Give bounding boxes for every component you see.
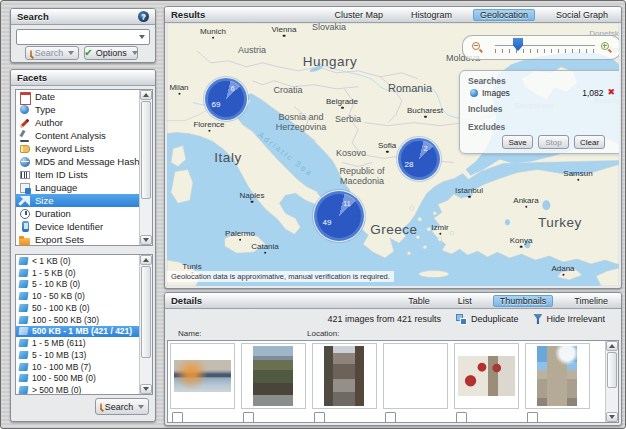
clear-button[interactable]: Clear <box>574 135 605 149</box>
options-button[interactable]: ✔ Options <box>84 46 138 60</box>
size-filter-item[interactable]: 5 - 10 KB (0) <box>16 279 140 291</box>
tab-timeline[interactable]: Timeline <box>567 295 615 307</box>
hide-irrelevant-button[interactable]: Hide Irrelevant <box>533 314 605 324</box>
scroll-up-icon[interactable] <box>606 341 618 351</box>
facet-item-author[interactable]: Author <box>16 116 140 129</box>
file-icon <box>18 363 28 371</box>
scroll-down-icon[interactable] <box>140 235 152 245</box>
map-cluster-28[interactable]: 28 2 <box>397 137 441 181</box>
scrollbar-thumb[interactable] <box>141 101 151 199</box>
search-button[interactable]: Search <box>25 46 79 60</box>
size-filter-item[interactable]: 5 - 10 MB (13) <box>16 349 140 361</box>
facets-panel-title: Facets <box>17 72 47 83</box>
facet-label: Author <box>35 117 63 128</box>
save-button[interactable]: Save <box>502 135 533 149</box>
facet-list: Date Type Author Content Analysi <box>15 89 153 246</box>
thumbnail-checkbox[interactable] <box>456 412 467 423</box>
zoom-slider-track[interactable] <box>495 45 595 46</box>
facet-item-keyword-lists[interactable]: Keyword Lists <box>16 142 140 155</box>
thumbnail-cobbled-street[interactable] <box>312 343 377 409</box>
zoom-out-icon[interactable] <box>472 42 480 50</box>
scrollbar-thumb[interactable] <box>607 352 617 388</box>
thumbnail-checkbox[interactable] <box>243 412 254 423</box>
tab-histogram[interactable]: Histogram <box>404 9 459 21</box>
geolocation-map[interactable]: Slovakia Munich Vienna Austria Hungary C… <box>167 23 619 286</box>
tab-cluster-map[interactable]: Cluster Map <box>327 9 390 21</box>
tab-table[interactable]: Table <box>401 295 437 307</box>
size-filter-item[interactable]: 50 - 100 KB (0) <box>16 302 140 314</box>
facet-list-scrollbar[interactable] <box>139 90 152 245</box>
size-filter-item[interactable]: > 500 MB (0) <box>16 384 140 395</box>
size-filter-item[interactable]: 10 - 100 MB (7) <box>16 361 140 373</box>
tab-list[interactable]: List <box>451 295 479 307</box>
facet-search-button[interactable]: Search <box>95 398 149 415</box>
thumbnail-scrollbar[interactable] <box>605 341 618 422</box>
facet-item-export-sets[interactable]: Export Sets <box>16 233 140 246</box>
deduplicate-button[interactable]: Deduplicate <box>456 314 519 325</box>
photo-art <box>458 356 515 396</box>
size-filter-item[interactable]: 1 - 5 MB (611) <box>16 337 140 349</box>
zoom-in-icon[interactable] <box>601 42 609 50</box>
details-panel-title: Details <box>171 295 202 306</box>
name-column-label: Name: <box>178 329 202 338</box>
size-filter-item[interactable]: 10 - 50 KB (0) <box>16 290 140 302</box>
tab-geolocation[interactable]: Geolocation <box>473 9 535 21</box>
thumbnail-old-alley[interactable] <box>383 343 448 409</box>
facet-item-md5-hash[interactable]: MD5 and Message Hash <box>16 155 140 168</box>
details-panel-header: Details Table List Thumbnails Timeline <box>165 293 621 309</box>
folder-icon <box>19 234 31 246</box>
thumbnail-stone-cathedral[interactable] <box>525 343 590 409</box>
facet-item-duration[interactable]: Duration <box>16 207 140 220</box>
scroll-up-icon[interactable] <box>140 255 152 265</box>
chevron-down-icon <box>138 405 144 409</box>
facet-item-device-identifier[interactable]: Device Identifier <box>16 220 140 233</box>
file-icon <box>18 304 28 312</box>
facet-item-item-id-lists[interactable]: Item ID Lists <box>16 168 140 181</box>
thumbnail-photo <box>537 346 577 406</box>
map-cluster-49[interactable]: 49 11 <box>313 190 365 242</box>
photo-art <box>174 360 231 392</box>
thumbnail-flower-house[interactable] <box>454 343 519 409</box>
size-filter-item[interactable]: 1 - 5 KB (0) <box>16 267 140 279</box>
remove-search-icon[interactable]: ✖ <box>607 88 615 97</box>
size-filter-item[interactable]: 500 KB - 1 MB (421 / 421) <box>16 326 140 338</box>
combo-dropdown-icon[interactable] <box>139 35 145 39</box>
thumbnail-checkbox[interactable] <box>172 412 183 423</box>
search-input[interactable] <box>16 29 150 45</box>
scroll-up-icon[interactable] <box>140 90 152 100</box>
scroll-down-icon[interactable] <box>140 384 152 394</box>
cluster-sub-count: 6 <box>231 85 235 92</box>
scroll-down-icon[interactable] <box>606 412 618 422</box>
stop-button[interactable]: Stop <box>538 135 569 149</box>
file-icon <box>18 351 28 359</box>
thumbnail-checkbox[interactable] <box>385 412 396 423</box>
facet-item-type[interactable]: Type <box>16 103 140 116</box>
size-list-scrollbar[interactable] <box>139 255 152 394</box>
thumbnail-photo <box>458 356 515 396</box>
help-icon[interactable]: ? <box>138 11 149 22</box>
size-filter-item[interactable]: 100 - 500 KB (30) <box>16 314 140 326</box>
file-icon <box>18 316 28 324</box>
size-filter-item[interactable]: < 1 KB (0) <box>16 255 140 267</box>
thumbnail-checkbox[interactable] <box>527 412 538 423</box>
map-cluster-69[interactable]: 69 6 <box>204 77 248 121</box>
size-filter-item[interactable]: 100 - 500 MB (0) <box>16 373 140 385</box>
facet-item-language[interactable]: Language <box>16 181 140 194</box>
size-filter-label: 50 - 100 KB (0) <box>32 303 90 313</box>
thumbnail-checkbox[interactable] <box>314 412 325 423</box>
facet-item-content-analysis[interactable]: Content Analysis <box>16 129 140 142</box>
tab-thumbnails[interactable]: Thumbnails <box>493 295 554 307</box>
images-search-row[interactable]: Images 1,082 ✖ <box>470 87 615 98</box>
thumbnail-coastal-sunset[interactable] <box>170 343 235 409</box>
facet-label: MD5 and Message Hash <box>35 156 140 167</box>
application-window: Search ? Search ✔ Options Facets <box>0 0 626 429</box>
thumbnail-hillside-street[interactable] <box>241 343 306 409</box>
search-panel: Search ? Search ✔ Options <box>10 8 156 63</box>
facet-item-date[interactable]: Date <box>16 90 140 103</box>
scrollbar-thumb[interactable] <box>141 266 151 358</box>
facet-item-size[interactable]: Size <box>16 194 140 207</box>
funnel-icon <box>533 314 542 324</box>
images-icon <box>470 89 478 97</box>
tab-social-graph[interactable]: Social Graph <box>549 9 615 21</box>
size-filter-label: 1 - 5 MB (611) <box>32 338 86 348</box>
